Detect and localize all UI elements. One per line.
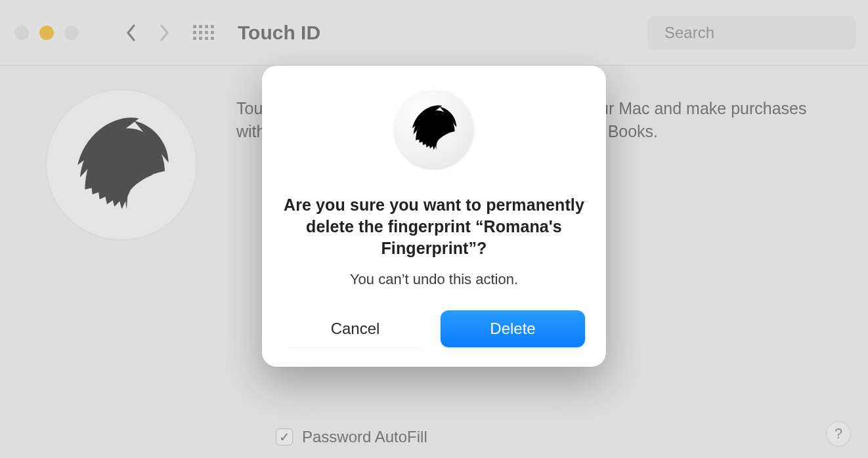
help-button[interactable]: ?: [826, 421, 851, 446]
fingerprint-icon: [404, 98, 464, 158]
fingerprint-icon: [60, 104, 183, 226]
search-input[interactable]: [663, 23, 862, 43]
page-title: Touch ID: [238, 22, 320, 44]
dialog-buttons: Cancel Delete: [283, 310, 585, 347]
chevron-left-icon: [125, 24, 137, 42]
window-close-button[interactable]: [14, 26, 29, 40]
checkbox-label: Password AutoFill: [302, 428, 427, 446]
password-autofill-checkbox[interactable]: ✓ Password AutoFill: [276, 428, 427, 446]
help-icon: ?: [835, 425, 842, 442]
window-controls: [14, 26, 79, 40]
chevron-right-icon: [158, 24, 170, 42]
dialog-subtext: You can’t undo this action.: [283, 271, 585, 288]
show-all-button[interactable]: [193, 22, 214, 43]
delete-button[interactable]: Delete: [441, 310, 585, 347]
window-minimize-button[interactable]: [39, 26, 54, 40]
touchid-hero-icon: [46, 89, 197, 240]
forward-button[interactable]: [151, 20, 177, 46]
delete-fingerprint-dialog: Are you sure you want to permanently del…: [262, 66, 606, 367]
window-zoom-button[interactable]: [64, 26, 79, 40]
cancel-button[interactable]: Cancel: [283, 310, 427, 347]
toolbar: Touch ID: [0, 0, 868, 66]
search-field[interactable]: [647, 16, 856, 50]
back-button[interactable]: [118, 20, 144, 46]
dialog-icon: [395, 89, 473, 168]
checkbox-icon: ✓: [276, 428, 293, 446]
dialog-heading: Are you sure you want to permanently del…: [283, 194, 585, 259]
